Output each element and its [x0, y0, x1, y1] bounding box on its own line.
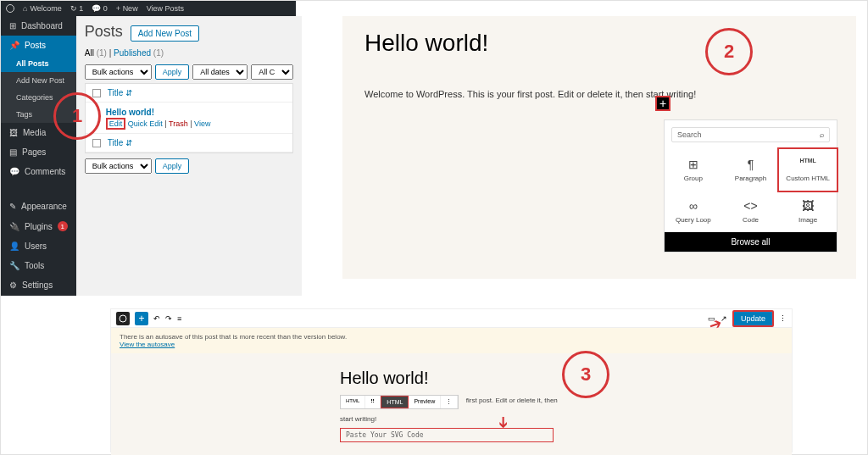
filter-all[interactable]: All (1)	[85, 48, 107, 58]
wp-logo-icon[interactable]	[116, 312, 130, 325]
html-block-editor-screen: + ↶ ↷ ≡ ▭ ↗ Update ⋮ There is an autosav…	[110, 308, 793, 452]
annotation-arrow: ➔	[494, 416, 513, 429]
svg-point-1	[120, 315, 126, 322]
code-icon: <>	[726, 199, 776, 213]
new-link[interactable]: + New	[116, 4, 138, 13]
posts-list-content: Posts Add New Post All (1) | Published (…	[76, 16, 303, 296]
site-welcome[interactable]: ⌂ Welcome	[23, 4, 62, 13]
block-custom-html[interactable]: HTMLCustom HTML	[779, 149, 837, 191]
filter-links: All (1) | Published (1)	[85, 48, 294, 58]
add-block-button[interactable]: +	[655, 96, 670, 111]
post-paragraph[interactable]: Welcome to WordPress. This is your first…	[364, 89, 834, 99]
html-label-icon[interactable]: HTML	[341, 396, 365, 408]
browse-all-button[interactable]: Browse all	[665, 232, 837, 252]
block-query-loop[interactable]: ∞Query Loop	[665, 191, 722, 232]
sidebar-item-posts[interactable]: 📌Posts	[1, 36, 76, 55]
row-actions: Edit Quick Edit | Trash | View	[106, 119, 273, 128]
loop-icon: ∞	[668, 199, 719, 213]
post-title[interactable]: Hello world!	[340, 369, 563, 388]
sidebar-sub-all-posts[interactable]: All Posts	[1, 55, 76, 72]
document-overview-button[interactable]: ≡	[177, 314, 181, 323]
pin-icon: 📌	[9, 41, 19, 50]
block-image[interactable]: 🖼Image	[779, 191, 837, 232]
redo-button[interactable]: ↷	[165, 314, 172, 323]
preview-icon[interactable]: ↗	[721, 314, 727, 323]
sidebar-item-appearance[interactable]: ✎Appearance	[1, 197, 76, 216]
view-link[interactable]: View	[194, 119, 210, 128]
gear-icon: ⚙	[9, 280, 17, 290]
html-tab[interactable]: HTML	[381, 396, 409, 408]
filter-published[interactable]: Published (1)	[114, 48, 164, 58]
block-inserter-button[interactable]: +	[135, 312, 148, 325]
sidebar-item-pages[interactable]: ▤Pages	[1, 142, 76, 162]
image-icon: 🖼	[782, 199, 833, 213]
page-title: Posts	[85, 23, 123, 41]
callout-3: 3	[562, 351, 609, 398]
html-icon: HTML	[782, 158, 833, 171]
callout-1: 1	[53, 92, 101, 140]
sidebar-item-tools[interactable]: 🔧Tools	[1, 256, 76, 275]
updates-icon[interactable]: ↻ 1	[70, 4, 84, 13]
date-filter-select[interactable]: All dates	[192, 64, 248, 80]
update-button[interactable]: Update	[732, 310, 774, 327]
wp-logo-icon[interactable]	[6, 4, 14, 13]
sidebar-sub-add-new[interactable]: Add New Post	[1, 72, 76, 89]
comments-icon[interactable]: 💬 0	[92, 4, 108, 13]
sidebar-item-plugins[interactable]: 🔌Plugins1	[1, 216, 76, 236]
wrench-icon: 🔧	[9, 261, 19, 270]
brush-icon: ✎	[9, 202, 16, 211]
add-new-post-button[interactable]: Add New Post	[131, 25, 199, 42]
editor-toolbar: + ↶ ↷ ≡ ▭ ↗ Update ⋮	[111, 309, 792, 328]
bulk-actions-select-bottom[interactable]: Bulk actions	[85, 158, 152, 174]
apply-button[interactable]: Apply	[155, 64, 190, 80]
editor-body: Hello world! HTML ⠿ HTML Preview ⋮ first…	[111, 353, 792, 455]
sidebar-item-settings[interactable]: ⚙Settings	[1, 275, 76, 295]
plugin-icon: 🔌	[9, 222, 19, 231]
more-icon[interactable]: ⋮	[779, 314, 787, 323]
autosave-notice: There is an autosave of this post that i…	[111, 328, 792, 353]
bulk-actions-select[interactable]: Bulk actions	[85, 64, 152, 80]
admin-bar: ⌂ Welcome ↻ 1 💬 0 + New View Posts	[1, 1, 296, 16]
column-title[interactable]: Title ⇵	[108, 88, 132, 97]
view-autosave-link[interactable]: View the autosave	[120, 341, 175, 348]
post-title[interactable]: Hello world!	[364, 30, 834, 57]
block-group[interactable]: ⊞Group	[665, 149, 722, 191]
apply-button-bottom[interactable]: Apply	[155, 158, 190, 174]
user-icon: 👤	[9, 241, 19, 251]
paragraph-icon: ¶	[726, 158, 776, 171]
table-row[interactable]: Hello world! Edit Quick Edit | Trash | V…	[86, 103, 293, 134]
admin-sidebar: ⊞Dashboard 📌Posts All Posts Add New Post…	[1, 16, 76, 296]
preview-tab[interactable]: Preview	[409, 396, 441, 408]
sidebar-item-comments[interactable]: 💬Comments	[1, 162, 76, 181]
edit-link[interactable]: Edit	[106, 118, 126, 130]
posts-list-screen: ⌂ Welcome ↻ 1 💬 0 + New View Posts ⊞Dash…	[1, 1, 296, 296]
more-options-icon[interactable]: ⋮	[441, 396, 458, 408]
quick-edit-link[interactable]: Quick Edit	[128, 119, 163, 128]
posts-table: Title ⇵ Hello world! Edit Quick Edit | T…	[85, 83, 294, 153]
table-footer: Title ⇵	[86, 134, 293, 153]
search-icon: ⌕	[820, 130, 824, 139]
trash-link[interactable]: Trash	[169, 119, 188, 128]
html-code-input[interactable]: Paste Your SVG Code	[340, 428, 554, 442]
comment-icon: 💬	[9, 167, 19, 176]
block-inserter: Search ⌕ ⊞Group ¶Paragraph HTMLCustom HT…	[664, 119, 837, 252]
column-title-bottom[interactable]: Title ⇵	[108, 138, 132, 147]
view-posts-link[interactable]: View Posts	[147, 4, 184, 13]
block-paragraph[interactable]: ¶Paragraph	[722, 149, 780, 191]
drag-handle-icon[interactable]: ⠿	[365, 396, 381, 408]
undo-button[interactable]: ↶	[153, 314, 160, 323]
group-icon: ⊞	[668, 158, 719, 171]
select-all-checkbox[interactable]	[92, 89, 101, 97]
block-toolbar: HTML ⠿ HTML Preview ⋮	[340, 395, 459, 409]
post-title-link[interactable]: Hello world!	[106, 108, 273, 117]
sidebar-item-dashboard[interactable]: ⊞Dashboard	[1, 16, 76, 36]
media-icon: 🖾	[9, 128, 18, 137]
category-filter-select[interactable]: All C	[251, 64, 293, 80]
sidebar-item-users[interactable]: 👤Users	[1, 236, 76, 256]
block-code[interactable]: <>Code	[722, 191, 780, 232]
dashboard-icon: ⊞	[9, 21, 16, 31]
search-input[interactable]: Search ⌕	[671, 127, 830, 142]
select-all-checkbox-bottom[interactable]	[92, 139, 101, 147]
table-header: Title ⇵	[86, 84, 293, 103]
plugin-update-badge: 1	[58, 221, 68, 231]
